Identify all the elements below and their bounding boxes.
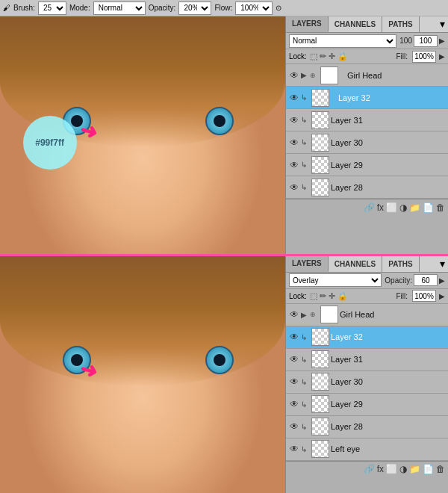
link-icon-2[interactable]: 🔗 bbox=[364, 464, 375, 474]
trash-icon-1[interactable]: 🗑 bbox=[436, 202, 445, 213]
layer-row-30-1[interactable]: 👁 ↳ Layer 30 bbox=[286, 131, 448, 154]
lock-paint-1[interactable]: ✏ bbox=[320, 52, 326, 61]
flow-select[interactable]: 100% bbox=[235, 1, 273, 15]
layer-eye-32-1[interactable]: 👁 bbox=[287, 91, 301, 105]
layer-name-30-2: Layer 30 bbox=[331, 377, 447, 386]
eye-right-1 bbox=[205, 107, 234, 135]
brush-icon: 🖌 bbox=[3, 4, 10, 12]
tab-channels-2[interactable]: CHANNELS bbox=[329, 256, 383, 272]
layers-panel-1: ➜ LAYERS CHANNELS PATHS ▾ bbox=[285, 16, 448, 254]
lock-move-2[interactable]: ✛ bbox=[329, 291, 335, 301]
tab-layers-1[interactable]: LAYERS bbox=[286, 16, 329, 32]
pupil-right-2 bbox=[214, 354, 225, 366]
fx-icon-2[interactable]: fx bbox=[377, 464, 384, 474]
tab-paths-1[interactable]: PATHS bbox=[382, 16, 419, 32]
blend-mode-select-1[interactable]: Normal bbox=[289, 34, 396, 48]
layers-panel-2: ➜ LAYERS CHANNELS PATHS ▾ bbox=[285, 256, 448, 494]
layer-name-lefteye-2: Left eye bbox=[331, 444, 447, 453]
opacity-select[interactable]: 20% bbox=[178, 1, 211, 15]
layer-name-29-1: Layer 29 bbox=[331, 161, 447, 170]
panel-expand-1[interactable]: ▶ bbox=[439, 37, 445, 45]
lock-paint-2[interactable]: ✏ bbox=[320, 291, 326, 301]
lock-transparent-2[interactable]: ⬚ bbox=[310, 291, 317, 301]
layer-eye-31-2[interactable]: 👁 bbox=[287, 353, 301, 366]
blend-mode-select-2[interactable]: Overlay bbox=[289, 273, 382, 287]
lock-all-2[interactable]: 🔒 bbox=[337, 291, 348, 301]
pupil-right-1 bbox=[214, 115, 225, 127]
layer-thumb-29-1 bbox=[311, 156, 329, 174]
layer-eye-30-2[interactable]: 👁 bbox=[287, 375, 301, 388]
opacity-input-2[interactable]: 60 bbox=[414, 274, 438, 286]
layer-eye-32-2[interactable]: 👁 bbox=[287, 330, 301, 344]
layer-row-29-1[interactable]: 👁 ↳ Layer 29 bbox=[286, 154, 448, 176]
layer-row-30-2[interactable]: 👁 ↳ Layer 30 bbox=[286, 371, 448, 394]
layer-eye-30-1[interactable]: 👁 bbox=[287, 136, 301, 149]
layer-row-group-2[interactable]: 👁 ▶ ⊕ Girl Head bbox=[286, 304, 448, 326]
layer-name-group-2: Girl Head bbox=[340, 310, 447, 319]
layer-eye-31-1[interactable]: 👁 bbox=[287, 114, 301, 127]
mode-select[interactable]: Normal bbox=[93, 1, 146, 15]
tab-channels-1[interactable]: CHANNELS bbox=[329, 16, 383, 32]
layer-thumb-31-2 bbox=[311, 350, 329, 368]
layer-thumb-32-1 bbox=[311, 89, 329, 107]
layer-row-lefteye-2[interactable]: 👁 ↳ Left eye bbox=[286, 438, 448, 461]
layer-name-28-1: Layer 28 bbox=[331, 183, 447, 192]
layer-row-28-1[interactable]: 👁 ↳ Layer 28 bbox=[286, 176, 448, 199]
layer-row-31-2[interactable]: 👁 ↳ Layer 31 bbox=[286, 349, 448, 371]
group-arrow-2: ▶ bbox=[301, 311, 310, 319]
blend-row-2: Overlay Opacity: 60 ▶ bbox=[286, 273, 448, 289]
panel-expand-2[interactable]: ▶ bbox=[439, 276, 445, 285]
new-layer-icon-1[interactable]: 📄 bbox=[423, 202, 434, 213]
adjustment-icon-1[interactable]: ◑ bbox=[399, 202, 407, 213]
new-layer-icon-2[interactable]: 📄 bbox=[423, 464, 434, 474]
blend-row-1: Normal 100 100 ▶ bbox=[286, 33, 448, 49]
layer-eye-29-1[interactable]: 👁 bbox=[287, 158, 301, 172]
layer-row-32-2[interactable]: 👁 ↳ Layer 32 bbox=[286, 326, 448, 349]
hair-2 bbox=[0, 256, 285, 387]
layers-tabs-2: LAYERS CHANNELS PATHS ▾ bbox=[286, 256, 448, 273]
mask-icon-1[interactable]: ⬜ bbox=[386, 202, 397, 213]
fill-input-2[interactable] bbox=[412, 290, 436, 302]
photo-area-1: #99f7ff ➜ bbox=[0, 16, 285, 254]
layer-eye-group-2[interactable]: 👁 bbox=[287, 308, 301, 321]
panel-menu-1[interactable]: ▾ bbox=[437, 16, 448, 32]
fill-expand-2[interactable]: ▶ bbox=[439, 292, 445, 300]
layer-row-29-2[interactable]: 👁 ↳ Layer 29 bbox=[286, 394, 448, 416]
layer-name-group-1: Girl Head bbox=[347, 71, 447, 80]
fill-expand-1[interactable]: ▶ bbox=[439, 52, 445, 61]
panel-bottom-1: 🔗 fx ⬜ ◑ 📁 📄 🗑 bbox=[286, 199, 448, 215]
layers-tabs-1: LAYERS CHANNELS PATHS ▾ bbox=[286, 16, 448, 33]
trash-icon-2[interactable]: 🗑 bbox=[436, 464, 445, 474]
folder-icon-2[interactable]: 📁 bbox=[409, 464, 420, 474]
layer-row-28-2[interactable]: 👁 ↳ Layer 28 bbox=[286, 416, 448, 438]
layer-thumb-lefteye-2 bbox=[311, 440, 329, 458]
layer-row-31-1[interactable]: 👁 ↳ Layer 31 bbox=[286, 109, 448, 131]
tab-paths-2[interactable]: PATHS bbox=[382, 256, 419, 272]
lock-transparent-1[interactable]: ⬚ bbox=[310, 52, 317, 61]
lock-move-1[interactable]: ✛ bbox=[329, 52, 335, 61]
layer-eye-28-1[interactable]: 👁 bbox=[287, 181, 301, 194]
lock-all-1[interactable]: 🔒 bbox=[337, 52, 348, 61]
layer-row-group-1[interactable]: 👁 ▶ ⊕ Girl Head bbox=[286, 64, 448, 87]
lock-icons-1: ⬚ ✏ ✛ 🔒 bbox=[310, 52, 348, 61]
link-icon-1[interactable]: 🔗 bbox=[364, 202, 375, 213]
fill-input-1[interactable] bbox=[412, 51, 436, 63]
layer-eye-group-1[interactable]: 👁 bbox=[287, 69, 301, 82]
panel-menu-2[interactable]: ▾ bbox=[437, 256, 448, 272]
group-arrow-1: ▶ bbox=[301, 71, 310, 79]
layer-eye-lefteye-2[interactable]: 👁 bbox=[287, 442, 301, 456]
layer-eye-28-2[interactable]: 👁 bbox=[287, 420, 301, 433]
layer-row-32-1[interactable]: 👁 ↳ Layer 32 bbox=[286, 87, 448, 109]
layer-eye-29-2[interactable]: 👁 bbox=[287, 397, 301, 411]
opacity-label-1: 100 bbox=[399, 37, 412, 45]
photo-area-2: ➜ bbox=[0, 256, 285, 494]
opacity-input-1[interactable]: 100 bbox=[414, 35, 438, 47]
fx-icon-1[interactable]: fx bbox=[377, 202, 384, 213]
adjustment-icon-2[interactable]: ◑ bbox=[399, 464, 407, 474]
brush-size-select[interactable]: 25 bbox=[38, 1, 66, 15]
layer-chain-group-1: ⊕ bbox=[310, 72, 319, 79]
folder-icon-1[interactable]: 📁 bbox=[409, 202, 420, 213]
tab-layers-2[interactable]: LAYERS bbox=[286, 256, 329, 272]
airbrush-icon[interactable]: ⊙ bbox=[276, 4, 281, 12]
mask-icon-2[interactable]: ⬜ bbox=[386, 464, 397, 474]
